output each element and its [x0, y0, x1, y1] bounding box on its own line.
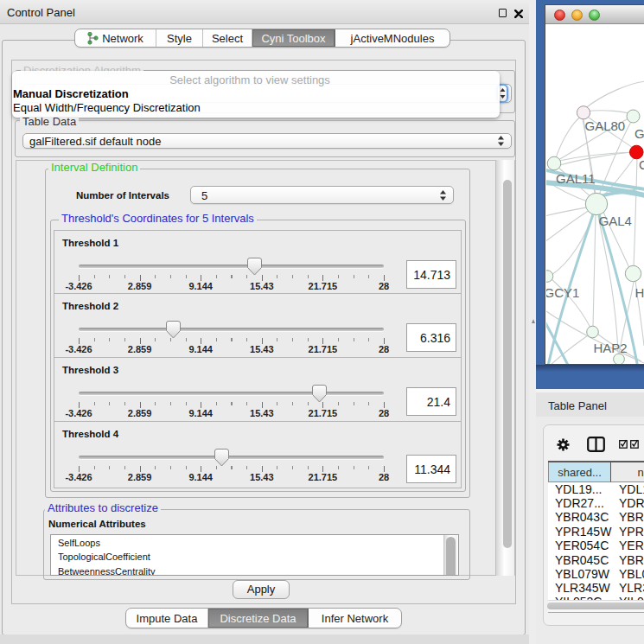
svg-text:GCY1: GCY1: [546, 285, 579, 300]
svg-text:HAP2: HAP2: [594, 341, 628, 355]
svg-text:GAL4: GAL4: [599, 214, 632, 228]
svg-text:G.: G.: [634, 126, 644, 141]
svg-text:GAL80: GAL80: [585, 118, 626, 133]
svg-text:C: C: [639, 157, 644, 172]
svg-text:H: H: [635, 285, 644, 300]
svg-text:GAL11: GAL11: [556, 171, 596, 186]
